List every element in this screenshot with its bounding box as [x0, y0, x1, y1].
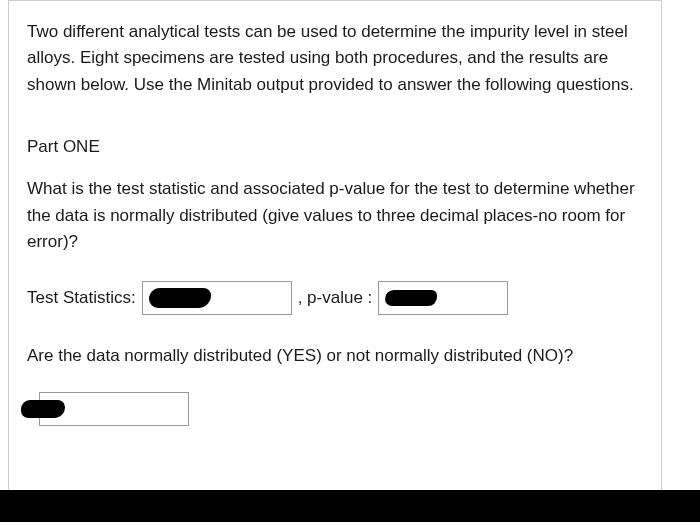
pvalue-label: , p-value :	[298, 285, 373, 311]
redaction-mark	[385, 290, 437, 306]
input-row: Test Statistics: , p-value :	[27, 281, 637, 315]
pvalue-input[interactable]	[378, 281, 508, 315]
content-area: Two different analytical tests can be us…	[9, 1, 661, 454]
test-statistics-input[interactable]	[142, 281, 292, 315]
question-two-text: Are the data normally distributed (YES) …	[27, 343, 637, 369]
question-card: Two different analytical tests can be us…	[8, 0, 662, 490]
intro-text: Two different analytical tests can be us…	[27, 19, 637, 98]
part-label: Part ONE	[27, 134, 637, 160]
test-statistics-label: Test Statistics:	[27, 285, 136, 311]
bottom-bar	[0, 490, 700, 522]
redaction-mark	[149, 288, 211, 308]
answer-wrap	[27, 392, 189, 426]
question-one-text: What is the test statistic and associate…	[27, 176, 637, 255]
redaction-mark	[21, 400, 65, 418]
